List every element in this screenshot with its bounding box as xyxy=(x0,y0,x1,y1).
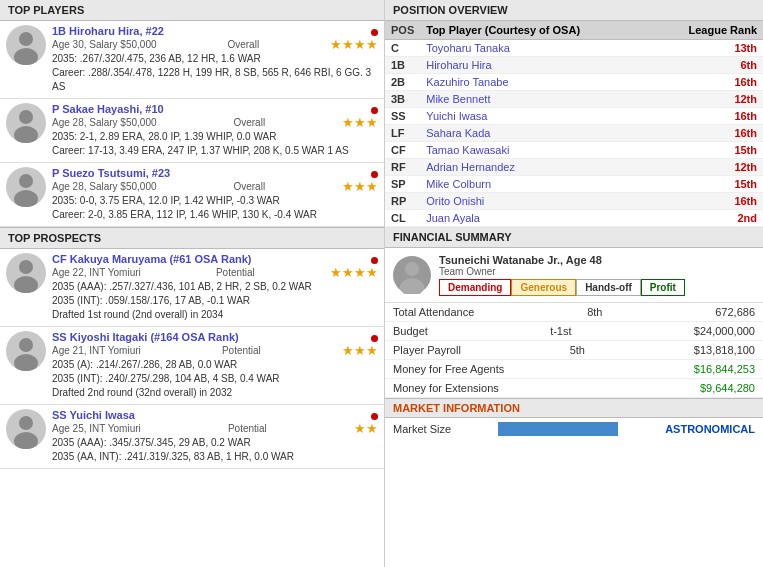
rank-cell: 16th xyxy=(651,74,763,91)
player-cell[interactable]: Hiroharu Hira xyxy=(420,57,651,74)
player-meta-1: Age 30, Salary $50,000 Overall ★★★★ xyxy=(52,37,378,52)
management-style: Demanding Generous Hands-off Profit xyxy=(439,279,755,296)
prospect-avatar-1 xyxy=(6,253,46,293)
league-rank-col-header: League Rank xyxy=(651,21,763,40)
prospect-name-3[interactable]: SS Yuichi Iwasa xyxy=(52,409,135,421)
prospect-stats-aaa-3: 2035 (AAA): .345/.375/.345, 29 AB, 0.2 W… xyxy=(52,436,378,450)
prospect-info-3: SS Yuichi Iwasa Age 25, INT Yomiuri Pote… xyxy=(52,409,378,464)
financial-summary-header: FINANCIAL SUMMARY xyxy=(385,227,763,248)
financial-mid: t-1st xyxy=(550,325,571,337)
player-card-3: P Suezo Tsutsumi, #23 Age 28, Salary $50… xyxy=(0,163,384,227)
pos-cell: RF xyxy=(385,159,420,176)
player-stats-2: 2035: 2-1, 2.89 ERA, 28.0 IP, 1.39 WHIP,… xyxy=(52,130,378,144)
rank-cell: 6th xyxy=(651,57,763,74)
player-meta-3: Age 28, Salary $50,000 Overall ★★★ xyxy=(52,179,378,194)
prospect-meta-1: Age 22, INT Yomiuri Potential ★★★★ xyxy=(52,265,378,280)
financial-row: Money for Free Agents $16,844,253 xyxy=(385,360,763,379)
player-card-2: P Sakae Hayashi, #10 Age 28, Salary $50,… xyxy=(0,99,384,163)
prospect-age-org-2: Age 21, INT Yomiuri xyxy=(52,345,141,356)
prospect-stats-int-2: 2035 (INT): .240/.275/.298, 104 AB, 4 SB… xyxy=(52,372,378,386)
financial-label: Total Attendance xyxy=(393,306,474,318)
pos-cell: RP xyxy=(385,193,420,210)
position-row: CL Juan Ayala 2nd xyxy=(385,210,763,227)
pos-cell: 2B xyxy=(385,74,420,91)
player-stars-1: ★★★★ xyxy=(330,37,378,52)
player-career-2: Career: 17-13, 3.49 ERA, 247 IP, 1.37 WH… xyxy=(52,144,378,158)
red-dot-3 xyxy=(371,171,378,178)
player-career-1: Career: .288/.354/.478, 1228 H, 199 HR, … xyxy=(52,66,378,94)
player-info-1: 1B Hiroharu Hira, #22 Age 30, Salary $50… xyxy=(52,25,378,94)
player-cell[interactable]: Adrian Hernandez xyxy=(420,159,651,176)
position-row: CF Tamao Kawasaki 15th xyxy=(385,142,763,159)
player-cell[interactable]: Orito Onishi xyxy=(420,193,651,210)
prospect-red-dot-2 xyxy=(371,335,378,342)
prospect-info-1: CF Kakuya Maruyama (#61 OSA Rank) Age 22… xyxy=(52,253,378,322)
player-cell[interactable]: Toyoharu Tanaka xyxy=(420,40,651,57)
prospect-drafted-2: Drafted 2nd round (32nd overall) in 2032 xyxy=(52,386,378,400)
prospect-age-org-1: Age 22, INT Yomiuri xyxy=(52,267,141,278)
financial-value: $9,644,280 xyxy=(700,382,755,394)
player-overall-label-1: Overall xyxy=(227,39,259,50)
player-cell[interactable]: Yuichi Iwasa xyxy=(420,108,651,125)
style-demanding-btn[interactable]: Demanding xyxy=(439,279,511,296)
pos-cell: CF xyxy=(385,142,420,159)
pos-cell: SP xyxy=(385,176,420,193)
svg-point-12 xyxy=(405,262,419,276)
player-meta-2: Age 28, Salary $50,000 Overall ★★★ xyxy=(52,115,378,130)
svg-point-8 xyxy=(19,338,33,352)
rank-cell: 15th xyxy=(651,142,763,159)
player-cell[interactable]: Mike Colburn xyxy=(420,176,651,193)
rank-cell: 16th xyxy=(651,108,763,125)
financial-label: Money for Extensions xyxy=(393,382,499,394)
prospect-stars-2: ★★★ xyxy=(342,343,378,358)
owner-avatar xyxy=(393,256,431,294)
player-cell[interactable]: Mike Bennett xyxy=(420,91,651,108)
player-age-salary-3: Age 28, Salary $50,000 xyxy=(52,181,157,192)
player-stars-2: ★★★ xyxy=(342,115,378,130)
position-row: LF Sahara Kada 16th xyxy=(385,125,763,142)
player-stars-3: ★★★ xyxy=(342,179,378,194)
position-row: C Toyoharu Tanaka 13th xyxy=(385,40,763,57)
red-dot-1 xyxy=(371,29,378,36)
player-cell[interactable]: Kazuhiro Tanabe xyxy=(420,74,651,91)
player-career-3: Career: 2-0, 3.85 ERA, 112 IP, 1.46 WHIP… xyxy=(52,208,378,222)
style-profit-btn[interactable]: Profit xyxy=(641,279,685,296)
player-cell[interactable]: Juan Ayala xyxy=(420,210,651,227)
financial-mid: 8th xyxy=(587,306,602,318)
prospect-name-2[interactable]: SS Kiyoshi Itagaki (#164 OSA Rank) xyxy=(52,331,239,343)
player-stats-1: 2035: .267/.320/.475, 236 AB, 12 HR, 1.6… xyxy=(52,52,378,66)
style-handsoff-btn[interactable]: Hands-off xyxy=(576,279,641,296)
player-overall-label-2: Overall xyxy=(233,117,265,128)
financial-mid: 5th xyxy=(570,344,585,356)
rank-cell: 13th xyxy=(651,40,763,57)
financial-row: Total Attendance 8th 672,686 xyxy=(385,303,763,322)
prospect-name-1[interactable]: CF Kakuya Maruyama (#61 OSA Rank) xyxy=(52,253,252,265)
financial-value: $24,000,000 xyxy=(694,325,755,337)
player-name-2[interactable]: P Sakae Hayashi, #10 xyxy=(52,103,164,115)
prospect-red-dot-3 xyxy=(371,413,378,420)
prospect-stars-1: ★★★★ xyxy=(330,265,378,280)
position-row: SS Yuichi Iwasa 16th xyxy=(385,108,763,125)
svg-point-5 xyxy=(14,190,38,207)
position-row: 2B Kazuhiro Tanabe 16th xyxy=(385,74,763,91)
rank-cell: 2nd xyxy=(651,210,763,227)
prospect-red-dot-1 xyxy=(371,257,378,264)
player-info-3: P Suezo Tsutsumi, #23 Age 28, Salary $50… xyxy=(52,167,378,222)
position-row: 1B Hiroharu Hira 6th xyxy=(385,57,763,74)
style-generous-btn[interactable]: Generous xyxy=(511,279,576,296)
prospect-potential-label-2: Potential xyxy=(222,345,261,356)
svg-point-0 xyxy=(19,32,33,46)
player-name-1[interactable]: 1B Hiroharu Hira, #22 xyxy=(52,25,164,37)
player-cell[interactable]: Sahara Kada xyxy=(420,125,651,142)
market-size-label: Market Size xyxy=(393,423,451,435)
player-cell[interactable]: Tamao Kawasaki xyxy=(420,142,651,159)
player-name-3[interactable]: P Suezo Tsutsumi, #23 xyxy=(52,167,170,179)
svg-point-9 xyxy=(14,354,38,371)
prospect-meta-2: Age 21, INT Yomiuri Potential ★★★ xyxy=(52,343,378,358)
prospect-card-2: SS Kiyoshi Itagaki (#164 OSA Rank) Age 2… xyxy=(0,327,384,405)
financial-label: Budget xyxy=(393,325,428,337)
top-prospects-header: TOP PROSPECTS xyxy=(0,227,384,249)
rank-cell: 16th xyxy=(651,125,763,142)
red-dot-2 xyxy=(371,107,378,114)
owner-info: Tsuneichi Watanabe Jr., Age 48 Team Owne… xyxy=(439,254,755,296)
